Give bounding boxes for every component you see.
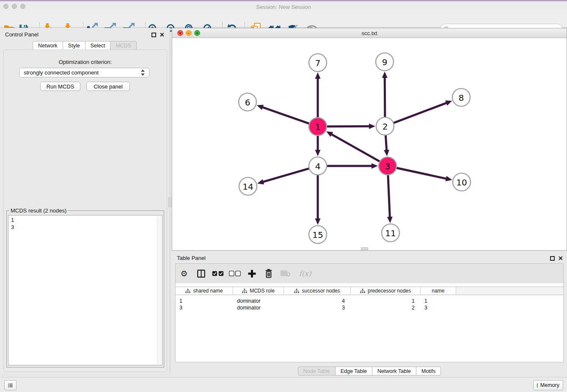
cell-shared-name[interactable]: 1: [176, 297, 233, 304]
graph-edge-arrowhead: [369, 124, 375, 129]
graph-edge-2-9[interactable]: [385, 77, 385, 117]
tab-mcds[interactable]: MCDS: [110, 41, 137, 50]
vertical-splitter-handle[interactable]: [168, 197, 171, 207]
float-table-panel-icon[interactable]: [550, 256, 555, 261]
header-filler: [456, 287, 563, 295]
graph-edge-1-2[interactable]: [327, 126, 369, 127]
result-scrollbar[interactable]: [157, 216, 162, 364]
svg-text:3: 3: [385, 161, 391, 171]
graph-edge-4-14[interactable]: [263, 168, 309, 182]
svg-text:9: 9: [382, 57, 388, 67]
graph-edge-arrowhead: [315, 150, 321, 156]
mcds-result-textarea[interactable]: 1 3: [8, 215, 162, 365]
table-panel: Table Panel ✕ ⚙: [172, 251, 567, 376]
graph-node-1[interactable]: 1: [309, 118, 327, 135]
tab-motifs[interactable]: Motifs: [416, 367, 441, 375]
graph-node-6[interactable]: 6: [239, 93, 256, 111]
table-row[interactable]: 3 dominator 3 2 3: [176, 304, 563, 311]
float-panel-icon[interactable]: [151, 33, 156, 37]
cell-successor-nodes[interactable]: 4: [284, 297, 351, 304]
column-header-mcds-role[interactable]: MCDS role: [233, 287, 284, 295]
memory-button[interactable]: Memory: [533, 380, 563, 390]
run-mcds-button[interactable]: Run MCDS: [40, 82, 80, 91]
trash-icon: [264, 269, 273, 278]
graph-edge-arrowhead: [372, 163, 378, 169]
cell-name[interactable]: 1: [421, 297, 456, 304]
table-toolbar: ⚙: [176, 264, 563, 283]
table-row[interactable]: 1 dominator 4 1 1: [176, 297, 563, 304]
criterion-select[interactable]: strongly connected component: [19, 68, 149, 77]
graph-node-11[interactable]: 11: [382, 224, 399, 242]
graph-node-14[interactable]: 14: [239, 177, 257, 195]
svg-text:8: 8: [459, 93, 464, 103]
close-panel-button[interactable]: Close panel: [86, 82, 130, 91]
list-icon: [8, 383, 13, 388]
graph-edge-2-3[interactable]: [385, 135, 386, 150]
svg-text:14: 14: [242, 182, 253, 192]
column-header-predecessor-nodes[interactable]: predecessor nodes: [351, 287, 421, 295]
mcds-result-box: MCDS result (2 nodes) 1 3: [6, 207, 164, 367]
hierarchy-icon: [242, 289, 247, 293]
control-panel-tabs: Network Style Select MCDS: [33, 41, 137, 50]
graph-node-10[interactable]: 10: [453, 173, 471, 191]
graph-node-4[interactable]: 4: [309, 157, 327, 175]
table-panel-title: Table Panel: [177, 255, 206, 261]
function-icon: f(x): [299, 269, 311, 278]
graph-node-2[interactable]: 2: [376, 117, 394, 135]
tab-network-table[interactable]: Network Table: [372, 367, 416, 375]
tab-node-table[interactable]: Node Table: [298, 367, 336, 375]
network-canvas[interactable]: 1234678910111415: [172, 38, 567, 250]
cell-predecessor-nodes[interactable]: 1: [351, 297, 421, 304]
tab-style[interactable]: Style: [63, 41, 85, 50]
svg-text:11: 11: [385, 228, 396, 238]
cell-predecessor-nodes[interactable]: 2: [351, 304, 421, 311]
svg-text:6: 6: [245, 97, 250, 108]
graph-edge-2-8[interactable]: [394, 103, 447, 123]
tab-edge-table[interactable]: Edge Table: [336, 367, 372, 375]
unselect-all-columns-button[interactable]: [229, 267, 241, 280]
graph-node-3[interactable]: 3: [379, 157, 396, 175]
graph-node-8[interactable]: 8: [452, 88, 470, 106]
graph-edge-arrowhead: [382, 72, 388, 78]
plus-icon: [248, 270, 256, 278]
control-panel-title: Control Panel: [5, 31, 39, 38]
hierarchy-icon: [294, 289, 299, 293]
column-header-successor-nodes[interactable]: successor nodes: [284, 287, 351, 295]
horizontal-splitter-handle[interactable]: [361, 247, 368, 250]
delete-table-button[interactable]: [280, 267, 292, 280]
table-container: ⚙: [175, 263, 564, 362]
graph-edge-3-1[interactable]: [331, 134, 380, 162]
cell-name[interactable]: 3: [421, 304, 456, 311]
window-title: Session: New Session: [0, 4, 567, 10]
cell-successor-nodes[interactable]: 3: [284, 304, 351, 311]
tab-select[interactable]: Select: [85, 41, 111, 50]
function-builder-button[interactable]: f(x): [297, 267, 314, 280]
control-panel: Control Panel ✕ Network Style Select MCD…: [0, 28, 170, 373]
cell-shared-name[interactable]: 3: [176, 304, 233, 311]
table-settings-button[interactable]: ⚙: [178, 267, 190, 280]
tab-network[interactable]: Network: [33, 41, 63, 50]
hierarchy-icon: [185, 289, 190, 293]
close-panel-icon[interactable]: ✕: [160, 31, 165, 38]
column-header-name[interactable]: name: [421, 287, 456, 295]
graph-node-7[interactable]: 7: [309, 54, 327, 72]
checked-boxes-icon: [212, 271, 224, 276]
graph-node-15[interactable]: 15: [309, 226, 327, 243]
delete-column-button[interactable]: [263, 267, 275, 280]
column-header-shared-name[interactable]: shared name: [176, 287, 233, 295]
cell-mcds-role[interactable]: dominator: [233, 297, 284, 304]
graph-edge-arrowhead: [445, 100, 452, 105]
cell-mcds-role[interactable]: dominator: [233, 304, 284, 311]
graph-edge-3-10[interactable]: [396, 168, 446, 179]
create-column-button[interactable]: [246, 267, 258, 280]
close-table-panel-icon[interactable]: ✕: [558, 255, 563, 262]
graph-edge-3-11[interactable]: [388, 175, 390, 217]
show-column-panel-button[interactable]: [195, 267, 207, 280]
graph-node-9[interactable]: 9: [376, 53, 394, 71]
svg-text:15: 15: [312, 230, 323, 240]
unchecked-boxes-icon: [229, 271, 241, 276]
select-all-columns-button[interactable]: [212, 267, 224, 280]
graph-edge-1-6[interactable]: [262, 107, 309, 124]
mcds-result-line: 1: [8, 217, 162, 224]
task-history-button[interactable]: [4, 380, 17, 390]
